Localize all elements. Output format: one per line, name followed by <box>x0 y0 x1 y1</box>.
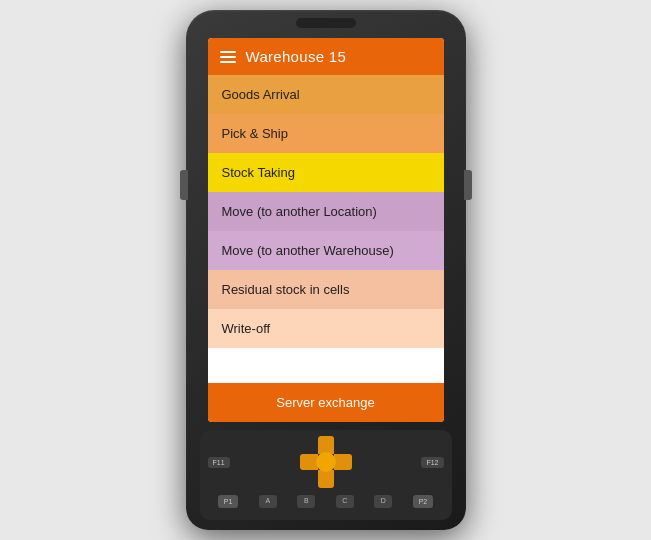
p2-key[interactable]: P2 <box>413 495 434 508</box>
screen: Warehouse 15 Goods ArrivalPick & ShipSto… <box>208 38 444 422</box>
keypad-top-row: F11 F12 <box>208 436 444 488</box>
fn12-key[interactable]: F12 <box>421 457 443 468</box>
screen-header: Warehouse 15 <box>208 38 444 75</box>
menu-item-pick-ship[interactable]: Pick & Ship <box>208 114 444 153</box>
key-c[interactable]: C <box>336 495 354 508</box>
header-title: Warehouse 15 <box>246 48 347 65</box>
menu-item-stock-taking[interactable]: Stock Taking <box>208 153 444 192</box>
hamburger-icon[interactable] <box>220 51 236 63</box>
menu-item-move-warehouse[interactable]: Move (to another Warehouse) <box>208 231 444 270</box>
keypad: F11 F12 P1 A B C D P2 <box>200 430 452 520</box>
dpad-center[interactable] <box>316 452 336 472</box>
device-body: Warehouse 15 Goods ArrivalPick & ShipSto… <box>186 10 466 530</box>
menu-item-goods-arrival[interactable]: Goods Arrival <box>208 75 444 114</box>
p1-key[interactable]: P1 <box>218 495 239 508</box>
menu-item-move-location[interactable]: Move (to another Location) <box>208 192 444 231</box>
side-button-left[interactable] <box>180 170 188 200</box>
device-top-bump <box>296 18 356 28</box>
fn11-key[interactable]: F11 <box>208 457 230 468</box>
bottom-keys-row: P1 A B C D P2 <box>208 495 444 508</box>
key-d[interactable]: D <box>374 495 392 508</box>
side-button-right[interactable] <box>464 170 472 200</box>
menu-item-write-off[interactable]: Write-off <box>208 309 444 348</box>
menu-list: Goods ArrivalPick & ShipStock TakingMove… <box>208 75 444 348</box>
key-b[interactable]: B <box>297 495 315 508</box>
dpad-down[interactable] <box>318 470 334 488</box>
key-a[interactable]: A <box>259 495 277 508</box>
server-exchange-button[interactable]: Server exchange <box>208 383 444 422</box>
menu-item-residual-stock[interactable]: Residual stock in cells <box>208 270 444 309</box>
dpad-right[interactable] <box>334 454 352 470</box>
dpad[interactable] <box>300 436 352 488</box>
device: Warehouse 15 Goods ArrivalPick & ShipSto… <box>186 10 466 530</box>
